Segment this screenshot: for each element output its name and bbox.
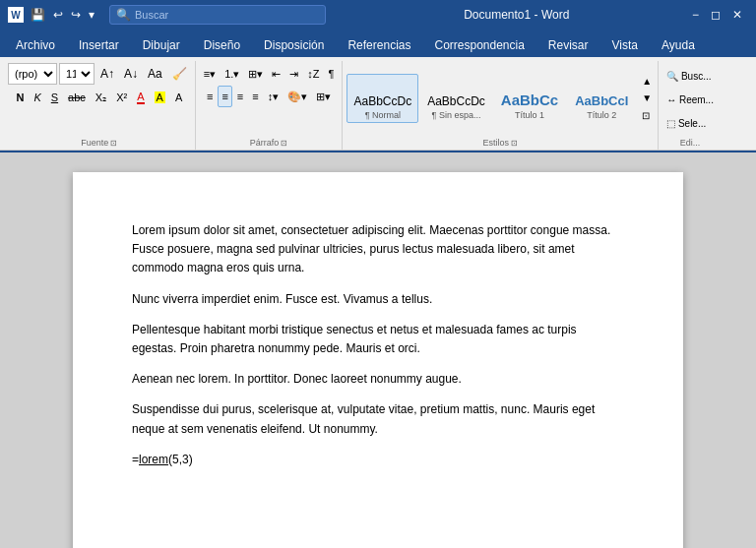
estilos-expand-icon[interactable]: ⊡	[511, 139, 518, 148]
tab-dibujar[interactable]: Dibujar	[131, 33, 192, 57]
font-controls: (rpo) 11 A↑ A↓ Aa 🧹 N K S abc X₂ X² A A …	[8, 61, 191, 136]
font-shrink-button[interactable]: A↓	[120, 63, 142, 85]
style-sin-espacio[interactable]: AaBbCcDc ¶ Sin espa...	[420, 74, 492, 123]
decrease-indent-button[interactable]: ⇤	[268, 63, 284, 85]
paragraph-1[interactable]: Lorem ipsum dolor sit amet, consectetuer…	[132, 221, 624, 278]
italic-button[interactable]: K	[30, 87, 44, 108]
show-marks-button[interactable]: ¶	[325, 63, 339, 85]
font-row1: (rpo) 11 A↑ A↓ Aa 🧹	[8, 63, 191, 85]
borders-button[interactable]: ⊞▾	[312, 86, 335, 107]
style-titulo2[interactable]: AaBbCcI Título 2	[567, 74, 636, 123]
font-row2: N K S abc X₂ X² A A A	[12, 87, 186, 108]
group-fuente-label: Fuente ⊡	[8, 136, 191, 150]
tab-archivo[interactable]: Archivo	[4, 33, 67, 57]
document-page[interactable]: Lorem ipsum dolor sit amet, consectetuer…	[73, 172, 683, 548]
search-input[interactable]	[135, 9, 319, 21]
search-icon: 🔍	[116, 8, 131, 22]
list-bullet-button[interactable]: ≡▾	[200, 63, 220, 85]
save-button[interactable]: 💾	[28, 7, 48, 23]
paragraph-4[interactable]: Aenean nec lorem. In porttitor. Donec la…	[132, 370, 624, 389]
group-estilos-label: Estilos ⊡	[346, 136, 654, 150]
fuente-expand-icon[interactable]: ⊡	[110, 139, 117, 148]
increase-indent-button[interactable]: ⇥	[285, 63, 302, 85]
sort-button[interactable]: ↕Z	[303, 63, 323, 85]
document-title: Documento1 - Word	[347, 8, 687, 22]
justify-button[interactable]: ≡	[248, 86, 262, 107]
list-multilevel-button[interactable]: ⊞▾	[244, 63, 267, 85]
highlight-button[interactable]: A	[151, 87, 169, 108]
style-titulo2-label: Título 2	[587, 110, 616, 120]
group-fuente: (rpo) 11 A↑ A↓ Aa 🧹 N K S abc X₂ X² A A …	[4, 61, 196, 150]
align-right-button[interactable]: ≡	[233, 86, 247, 107]
tab-disposicion[interactable]: Disposición	[252, 33, 336, 57]
parrafo-expand-icon[interactable]: ⊡	[281, 139, 287, 148]
align-left-button[interactable]: ≡	[203, 86, 217, 107]
seleccionar-button[interactable]: ⬚ Sele...	[662, 112, 718, 134]
text-effect-button[interactable]: A	[171, 87, 186, 108]
font-grow-button[interactable]: A↑	[96, 63, 118, 85]
subscript-button[interactable]: X₂	[92, 87, 110, 108]
formula-underline: lorem	[139, 453, 168, 466]
font-size-select[interactable]: 11	[59, 63, 94, 85]
close-button[interactable]: ✕	[726, 6, 748, 24]
minimize-button[interactable]: −	[686, 6, 705, 24]
word-icon: W	[8, 7, 24, 23]
restore-button[interactable]: ◻	[705, 6, 726, 24]
ribbon-toolbar: (rpo) 11 A↑ A↓ Aa 🧹 N K S abc X₂ X² A A …	[0, 57, 756, 151]
title-bar-left: W 💾 ↩ ↪ ▾ 🔍	[8, 5, 347, 25]
edicion-controls: 🔍 Busc... ↔ Reem... ⬚ Sele...	[662, 61, 718, 136]
style-normal[interactable]: AaBbCcDc ¶ Normal	[346, 74, 418, 123]
tab-referencias[interactable]: Referencias	[336, 33, 422, 57]
parrafo-controls: ≡▾ 1.▾ ⊞▾ ⇤ ⇥ ↕Z ¶ ≡ ≡ ≡ ≡ ↕▾ 🎨▾ ⊞▾	[200, 61, 339, 136]
group-estilos: AaBbCcDc ¶ Normal AaBbCcDc ¶ Sin espa...…	[343, 61, 659, 150]
clear-format-button[interactable]: 🧹	[168, 63, 191, 85]
line-spacing-button[interactable]: ↕▾	[264, 86, 284, 107]
list-numbered-button[interactable]: 1.▾	[220, 63, 243, 85]
style-titulo1[interactable]: AaBbCc Título 1	[494, 74, 565, 123]
superscript-button[interactable]: X²	[112, 87, 131, 108]
tab-ayuda[interactable]: Ayuda	[650, 33, 707, 57]
shading-button[interactable]: 🎨▾	[284, 86, 311, 107]
ribbon-tabs: Archivo Insertar Dibujar Diseño Disposic…	[0, 30, 756, 57]
group-parrafo: ≡▾ 1.▾ ⊞▾ ⇤ ⇥ ↕Z ¶ ≡ ≡ ≡ ≡ ↕▾ 🎨▾ ⊞▾ Párr…	[196, 61, 344, 150]
font-color-button[interactable]: A	[133, 87, 148, 108]
style-normal-preview: AaBbCcDc	[353, 94, 411, 108]
style-titulo1-label: Título 1	[515, 110, 544, 120]
group-edicion: 🔍 Busc... ↔ Reem... ⬚ Sele... Edi...	[659, 61, 722, 150]
tab-insertar[interactable]: Insertar	[67, 33, 131, 57]
tab-diseno[interactable]: Diseño	[192, 33, 252, 57]
reemplazar-button[interactable]: ↔ Reem...	[662, 89, 718, 110]
paragraph-3[interactable]: Pellentesque habitant morbi tristique se…	[132, 321, 624, 358]
redo-button[interactable]: ↪	[68, 7, 84, 23]
formula-args: (5,3)	[168, 453, 193, 466]
paragraph-5[interactable]: Suspendisse dui purus, scelerisque at, v…	[132, 400, 624, 438]
paragraph-2[interactable]: Nunc viverra imperdiet enim. Fusce est. …	[132, 290, 624, 309]
styles-scroll-down[interactable]: ▼	[640, 90, 654, 106]
buscar-button[interactable]: 🔍 Busc...	[662, 65, 718, 87]
quick-access-toolbar: 💾 ↩ ↪ ▾	[28, 7, 97, 23]
tab-revisar[interactable]: Revisar	[536, 33, 600, 57]
styles-expand[interactable]: ⊡	[640, 107, 654, 124]
font-case-button[interactable]: Aa	[144, 63, 166, 85]
font-name-select[interactable]: (rpo)	[8, 63, 57, 85]
style-titulo2-preview: AaBbCcI	[575, 93, 628, 108]
document-area: Lorem ipsum dolor sit amet, consectetuer…	[0, 152, 756, 548]
strikethrough-button[interactable]: abc	[64, 87, 90, 108]
group-edicion-label: Edi...	[662, 136, 718, 150]
title-bar: W 💾 ↩ ↪ ▾ 🔍 Documento1 - Word − ◻ ✕	[0, 0, 756, 30]
style-sin-espacio-preview: AaBbCcDc	[427, 94, 485, 108]
tab-vista[interactable]: Vista	[600, 33, 650, 57]
underline-button[interactable]: S	[47, 87, 62, 108]
bold-button[interactable]: N	[12, 87, 28, 108]
align-center-button[interactable]: ≡	[218, 86, 231, 107]
style-sin-espacio-label: ¶ Sin espa...	[432, 110, 481, 120]
search-bar[interactable]: 🔍	[109, 5, 326, 25]
tab-correspondencia[interactable]: Correspondencia	[422, 33, 536, 57]
style-normal-label: ¶ Normal	[365, 110, 401, 120]
undo-button[interactable]: ↩	[50, 7, 66, 23]
styles-scroll-up[interactable]: ▲	[640, 73, 654, 90]
formula-line[interactable]: =lorem(5,3)	[132, 451, 624, 469]
style-titulo1-preview: AaBbCc	[501, 91, 558, 108]
styles-content: AaBbCcDc ¶ Normal AaBbCcDc ¶ Sin espa...…	[346, 61, 654, 136]
customize-button[interactable]: ▾	[86, 7, 97, 23]
